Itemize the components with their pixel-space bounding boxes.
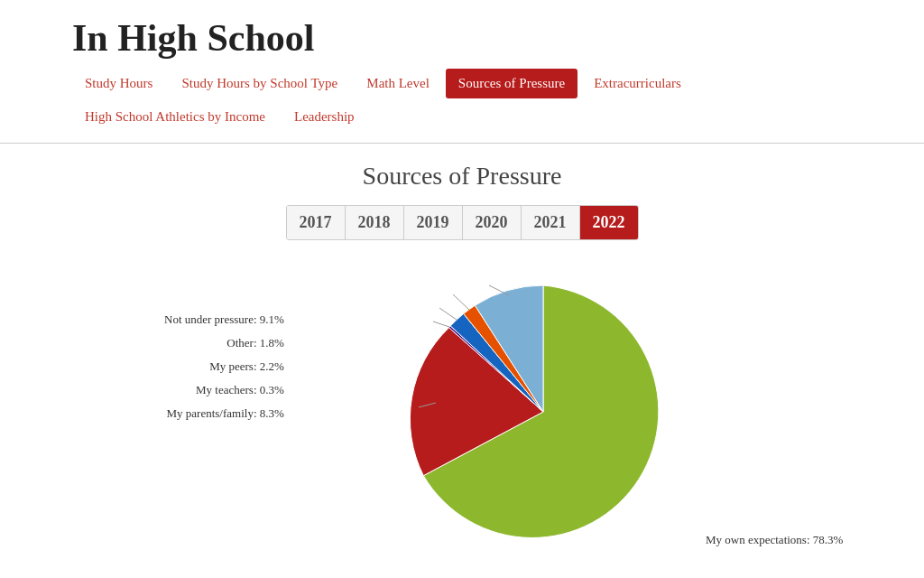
chart-labels-left: Not under pressure: 9.1% Other: 1.8% My … [164,312,284,430]
label-my-peers: My peers: 2.2% [164,359,284,374]
label-my-parents: My parents/family: 8.3% [164,406,284,421]
chart-title: Sources of Pressure [36,162,888,191]
tab-leadership[interactable]: Leadership [282,102,367,132]
label-own-expectations: My own expectations: 78.3% [706,533,843,547]
year-btn-2017[interactable]: 2017 [287,206,346,239]
navigation: Study Hours Study Hours by School Type M… [0,69,924,144]
label-my-teachers: My teachers: 0.3% [164,383,284,397]
year-btn-2021[interactable]: 2021 [522,206,580,239]
tab-high-school-athletics[interactable]: High School Athletics by Income [72,102,278,132]
pie-chart [399,267,688,560]
page-title: In High School [0,0,924,69]
tab-extracurriculars[interactable]: Extracurriculars [581,69,694,98]
label-not-under-pressure: Not under pressure: 9.1% [164,312,284,327]
line-peers [439,308,457,320]
year-btn-2020[interactable]: 2020 [463,206,522,239]
tab-study-hours[interactable]: Study Hours [72,69,165,98]
chart-container: Not under pressure: 9.1% Other: 1.8% My … [146,267,778,574]
tab-math-level[interactable]: Math Level [354,69,442,98]
label-other: Other: 1.8% [164,336,284,350]
year-btn-2018[interactable]: 2018 [346,206,404,239]
chart-section: Sources of Pressure 2017 2018 2019 2020 … [0,144,924,578]
line-teachers [433,322,449,327]
nav-row-2: High School Athletics by Income Leadersh… [72,102,852,132]
tab-sources-of-pressure[interactable]: Sources of Pressure [446,69,578,98]
tab-study-hours-by-school-type[interactable]: Study Hours by School Type [169,69,350,98]
year-btn-2022[interactable]: 2022 [580,206,638,239]
year-btn-2019[interactable]: 2019 [404,206,463,239]
nav-row-1: Study Hours Study Hours by School Type M… [72,69,852,98]
year-selector: 2017 2018 2019 2020 2021 2022 [286,205,639,240]
line-other [453,294,469,310]
